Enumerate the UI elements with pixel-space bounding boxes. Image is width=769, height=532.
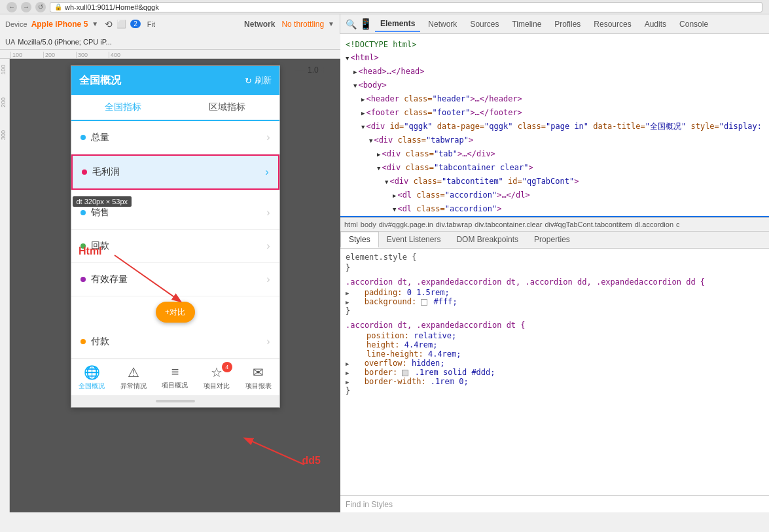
tri-icon[interactable]: ▶ xyxy=(346,379,349,385)
tree-line[interactable]: ▶<dl class="accordion">…</dl> xyxy=(340,188,769,202)
tree-line[interactable]: ▼<div id="qggk" data-page="qggk" class="… xyxy=(340,120,769,133)
zoom-value: 1.0 xyxy=(308,65,319,75)
back-button[interactable]: ← xyxy=(7,2,17,12)
tri-icon[interactable]: ▼ xyxy=(377,165,380,171)
search-icon[interactable]: 🔍 xyxy=(346,19,357,29)
nav-item-reports[interactable]: ✉ 项目报表 xyxy=(238,359,279,395)
mobile-icon[interactable]: 📱 xyxy=(359,18,372,30)
nav-label: 全国概况 xyxy=(79,381,105,391)
list-item-huikuan[interactable]: 回款 › xyxy=(71,230,279,263)
styles-tab-dom-breakpoints[interactable]: DOM Breakpoints xyxy=(448,232,526,248)
tri-icon[interactable]: ▶ xyxy=(346,370,349,376)
tab-network[interactable]: Network xyxy=(423,17,462,31)
fab-button[interactable]: +对比 xyxy=(156,302,195,323)
breadcrumb-tabcontitem[interactable]: div#qgTabCont.tabcontitem xyxy=(545,221,632,228)
breadcrumb-html[interactable]: html xyxy=(344,221,358,228)
breadcrumb-tabcontainer[interactable]: div.tabcontainer.clear xyxy=(474,221,542,228)
tab-elements[interactable]: Elements xyxy=(375,16,420,32)
app-header-refresh[interactable]: ↻ 刷新 xyxy=(245,75,272,86)
tree-line[interactable]: ▼<body> xyxy=(340,79,769,92)
screen-icon[interactable]: ⬜ xyxy=(116,20,126,29)
tab-timeline[interactable]: Timeline xyxy=(507,17,546,31)
tab-regional[interactable]: 区域指标 xyxy=(175,95,279,120)
tree-line[interactable]: ▼<dl class="accordion"> xyxy=(340,202,769,216)
tab-profiles[interactable]: Profiles xyxy=(549,17,586,31)
device-dropdown-icon[interactable]: ▼ xyxy=(92,20,98,27)
tab-audits[interactable]: Audits xyxy=(639,17,671,31)
ruler-mark: 300 xyxy=(76,52,109,58)
list-item-zongliang[interactable]: 总量 › xyxy=(71,121,279,154)
throttle-label[interactable]: No throttling xyxy=(281,20,324,29)
zoom-minus[interactable]: — xyxy=(295,64,305,76)
tri-icon[interactable]: ▶ xyxy=(346,361,349,367)
app-header-title: 全国概况 xyxy=(79,74,121,88)
tree-line[interactable]: ▼<div class="tabwrap"> xyxy=(340,133,769,147)
refresh-button[interactable]: ↺ xyxy=(35,2,46,12)
tri-icon[interactable]: ▶ xyxy=(377,151,380,158)
tab-console[interactable]: Console xyxy=(674,17,713,31)
address-bar[interactable]: 🔒 wh-xull01:9011/Home#&qggk xyxy=(50,2,762,12)
breadcrumb-c[interactable]: c xyxy=(676,221,680,228)
mail-icon: ✉ xyxy=(253,364,264,380)
tri-icon[interactable]: ▼ xyxy=(346,55,349,62)
style-prop-position: position: relative; xyxy=(346,331,764,340)
element-style-close: } xyxy=(346,263,764,272)
tri-icon[interactable]: ▼ xyxy=(361,124,365,130)
style-prop-overflow: ▶ overflow: hidden; xyxy=(346,359,764,368)
tree-line[interactable]: ▶<footer class="footer">…</footer> xyxy=(340,106,769,120)
style-rule-1: .accordion dt, .expandedaccordion dt, .a… xyxy=(346,277,764,315)
list-item-left: 有效存量 xyxy=(80,274,128,285)
breadcrumb-body[interactable]: body xyxy=(361,221,376,228)
tri-icon[interactable]: ▼ xyxy=(385,179,388,185)
tree-line[interactable]: ▼<div class="tabcontainer clear"> xyxy=(340,161,769,175)
tri-icon[interactable]: ▼ xyxy=(393,206,396,213)
forward-button[interactable]: → xyxy=(21,2,31,12)
chevron-right-icon: › xyxy=(266,240,270,252)
ua-value: Mozilla/5.0 (iPhone; CPU iP... xyxy=(18,38,111,46)
list-item-cunliang[interactable]: 有效存量 › xyxy=(71,263,279,296)
tree-line[interactable]: <!DOCTYPE html> xyxy=(340,38,769,51)
nav-item-projects[interactable]: ≡ 项目概况 xyxy=(154,359,196,395)
nav-item-anomaly[interactable]: ⚠ 异常情况 xyxy=(113,359,154,395)
list-item-fukuan[interactable]: 付款 › xyxy=(71,325,279,359)
tree-line[interactable]: ▶<div class="tab">…</div> xyxy=(340,147,769,161)
fit-label[interactable]: Fit xyxy=(147,20,155,28)
styles-tab-styles[interactable]: Styles xyxy=(340,232,379,248)
tri-icon[interactable]: ▼ xyxy=(353,82,357,89)
refresh-icon: ↻ xyxy=(245,76,252,86)
tree-line[interactable]: ▶<head>…</head> xyxy=(340,65,769,79)
tri-icon[interactable]: ▶ xyxy=(346,299,349,306)
tri-icon[interactable]: ▼ xyxy=(369,137,372,144)
chevron-right-icon: › xyxy=(266,274,270,285)
tri-icon[interactable]: ▶ xyxy=(393,192,396,199)
ua-label: UA xyxy=(5,38,15,46)
tri-icon[interactable]: ▶ xyxy=(346,290,349,296)
tab-resources[interactable]: Resources xyxy=(588,17,636,31)
tab-sources[interactable]: Sources xyxy=(465,17,504,31)
tab-national[interactable]: 全国指标 xyxy=(71,95,175,121)
prop-val: .1rem 0; xyxy=(431,377,469,386)
style-selector-2: .accordion dt, .expandedaccordion dt { xyxy=(346,321,764,330)
breadcrumb-dl[interactable]: dl.accordion xyxy=(635,221,673,228)
tri-icon[interactable]: ▶ xyxy=(353,69,357,75)
tree-line[interactable]: ▶<header class="header">…</header> xyxy=(340,92,769,106)
list-item-maolirun[interactable]: 毛利润 › dt 320px × 53px xyxy=(71,154,279,190)
breadcrumb-tabwrap[interactable]: div.tabwrap xyxy=(436,221,472,228)
styles-tab-event-listeners[interactable]: Event Listeners xyxy=(379,232,449,248)
tree-line[interactable]: ▼<html> xyxy=(340,51,769,65)
tag-tabwrap: <div class="tabwrap"> xyxy=(374,135,473,145)
rule-close-brace: } xyxy=(346,386,764,395)
rotate-icon[interactable]: ⟲ xyxy=(105,19,113,29)
tri-icon[interactable]: ▶ xyxy=(361,110,365,116)
app-tabs: 全国指标 区域指标 xyxy=(71,95,279,121)
list-item-left: 销售 xyxy=(80,207,109,219)
find-in-styles[interactable]: Find in Styles xyxy=(340,495,769,512)
nav-item-compare[interactable]: ☆ 4 项目对比 xyxy=(196,359,238,395)
tri-icon[interactable]: ▶ xyxy=(361,96,365,103)
styles-tab-properties[interactable]: Properties xyxy=(526,232,578,248)
tree-line[interactable]: ▼<div class="tabcontitem" id="qgTabCont"… xyxy=(340,175,769,188)
breadcrumb-div-qggk[interactable]: div#qggk.page.in xyxy=(379,221,433,228)
throttle-dropdown[interactable]: ▼ xyxy=(328,20,334,27)
zoom-plus[interactable]: + xyxy=(321,64,327,76)
nav-item-overview[interactable]: 🌐 全国概况 xyxy=(71,359,113,395)
